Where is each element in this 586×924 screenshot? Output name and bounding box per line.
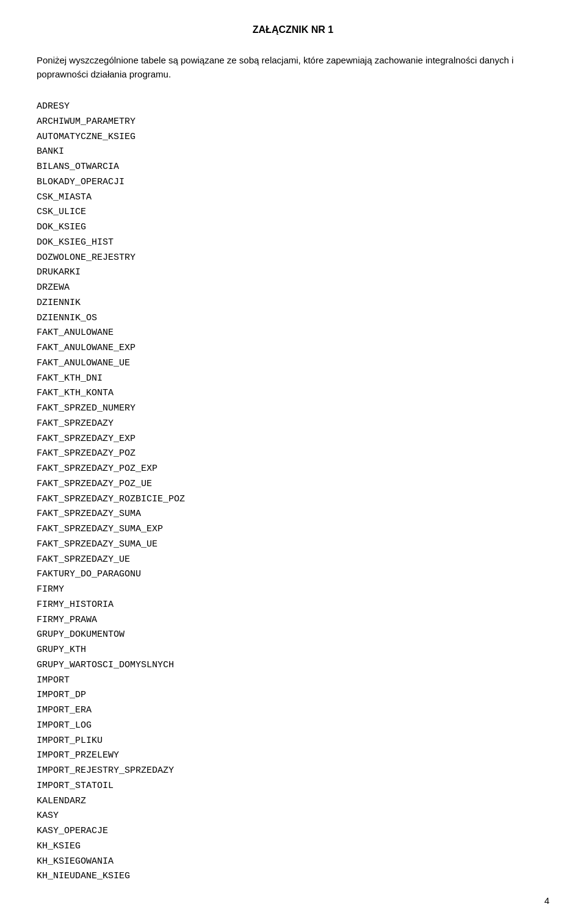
list-item: ADRESY: [37, 99, 549, 115]
list-item: KASY_OPERACJE: [37, 824, 549, 839]
list-item: CSK_ULICE: [37, 205, 549, 220]
list-item: DRZEWA: [37, 281, 549, 296]
list-item: DOK_KSIEG: [37, 220, 549, 235]
list-item: FAKT_SPRZED_NUMERY: [37, 401, 549, 417]
list-item: IMPORT_ERA: [37, 703, 549, 718]
list-item: FAKT_SPRZEDAZY: [37, 417, 549, 432]
list-item: FAKTURY_DO_PARAGONU: [37, 567, 549, 582]
list-item: FAKT_SPRZEDAZY_EXP: [37, 432, 549, 447]
list-item: IMPORT_PLIKU: [37, 734, 549, 749]
list-item: IMPORT_STATOIL: [37, 779, 549, 794]
list-item: ARCHIWUM_PARAMETRY: [37, 115, 549, 130]
list-item: DRUKARKI: [37, 265, 549, 281]
list-item: DOZWOLONE_REJESTRY: [37, 251, 549, 266]
page-number: 4: [544, 895, 549, 906]
list-item: KH_KSIEGOWANIA: [37, 854, 549, 870]
list-item: GRUPY_DOKUMENTOW: [37, 628, 549, 643]
list-item: FAKT_ANULOWANE_EXP: [37, 341, 549, 356]
list-item: FAKT_SPRZEDAZY_ROZBICIE_POZ: [37, 492, 549, 507]
list-item: KASY: [37, 809, 549, 824]
list-item: FAKT_KTH_KONTA: [37, 386, 549, 401]
list-item: FAKT_SPRZEDAZY_POZ: [37, 446, 549, 462]
list-item: CSK_MIASTA: [37, 190, 549, 206]
list-item: FIRMY: [37, 582, 549, 598]
intro-paragraph: Poniżej wyszczególnione tabele są powiąz…: [37, 54, 549, 81]
list-item: BILANS_OTWARCIA: [37, 160, 549, 175]
list-item: IMPORT: [37, 673, 549, 689]
list-item: FIRMY_HISTORIA: [37, 598, 549, 613]
list-item: FIRMY_PRAWA: [37, 613, 549, 628]
list-item: IMPORT_LOG: [37, 718, 549, 734]
list-item: IMPORT_REJESTRY_SPRZEDAZY: [37, 764, 549, 779]
table-list: ADRESYARCHIWUM_PARAMETRYAUTOMATYCZNE_KSI…: [37, 99, 549, 884]
list-item: IMPORT_DP: [37, 688, 549, 703]
list-item: FAKT_SPRZEDAZY_SUMA_EXP: [37, 522, 549, 537]
page-title: ZAŁĄCZNIK NR 1: [37, 24, 549, 35]
list-item: BANKI: [37, 145, 549, 160]
list-item: IMPORT_PRZELEWY: [37, 748, 549, 764]
list-item: DZIENNIK: [37, 296, 549, 311]
list-item: FAKT_SPRZEDAZY_POZ_UE: [37, 477, 549, 492]
list-item: BLOKADY_OPERACJI: [37, 175, 549, 190]
list-item: DOK_KSIEG_HIST: [37, 235, 549, 251]
list-item: AUTOMATYCZNE_KSIEG: [37, 130, 549, 145]
list-item: FAKT_SPRZEDAZY_SUMA: [37, 507, 549, 522]
list-item: FAKT_ANULOWANE_UE: [37, 356, 549, 371]
list-item: DZIENNIK_OS: [37, 311, 549, 326]
list-item: FAKT_SPRZEDAZY_POZ_EXP: [37, 462, 549, 477]
list-item: FAKT_KTH_DNI: [37, 371, 549, 387]
list-item: KALENDARZ: [37, 794, 549, 809]
list-item: FAKT_SPRZEDAZY_UE: [37, 553, 549, 568]
list-item: GRUPY_KTH: [37, 643, 549, 658]
list-item: KH_NIEUDANE_KSIEG: [37, 869, 549, 884]
list-item: KH_KSIEG: [37, 839, 549, 854]
list-item: GRUPY_WARTOSCI_DOMYSLNYCH: [37, 658, 549, 673]
list-item: FAKT_ANULOWANE: [37, 326, 549, 341]
list-item: FAKT_SPRZEDAZY_SUMA_UE: [37, 537, 549, 553]
